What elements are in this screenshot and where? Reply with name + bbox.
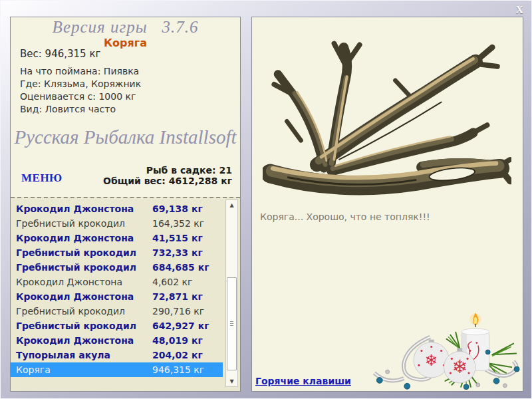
catch-weight: 684,685 кг <box>152 260 209 275</box>
list-item[interactable]: Гребнистый крокодил642,927 кг <box>11 319 223 333</box>
caught-item-weight: Вес: 946,315 кг <box>20 48 100 60</box>
list-item[interactable]: Крокодил Джонстона69,138 кг <box>11 201 223 216</box>
list-item[interactable]: Крокодил Джонстона4,602 кг <box>11 275 223 289</box>
catch-weight: 290,716 кг <box>152 304 204 319</box>
scrollbar-grip-icon <box>230 321 233 327</box>
catch-name: Гребнистый крокодил <box>16 218 125 229</box>
list-item[interactable]: Гребнистый крокодил164,352 кг <box>11 216 223 231</box>
catch-name: Гребнистый крокодил <box>16 306 125 317</box>
picture-panel: Коряга... Хорошо, что не топляк!!! <box>251 17 523 392</box>
scrollbar-thumb[interactable] <box>227 277 237 370</box>
catch-list-scrollbar[interactable]: ▲ ▼ <box>225 200 238 387</box>
catch-name: Крокодил Джонстона <box>16 335 134 346</box>
catch-weight: 642,927 кг <box>152 319 209 333</box>
list-item[interactable]: Крокодил Джонстона41,515 кг <box>11 231 223 245</box>
close-icon[interactable]: X <box>515 4 523 16</box>
catch-name: Тупорылая акула <box>16 350 110 360</box>
catch-weight: 72,871 кг <box>152 289 203 304</box>
scroll-up-icon[interactable]: ▲ <box>226 200 237 210</box>
catch-weight: 41,515 кг <box>152 231 203 245</box>
detail-line: Оценивается с: 1000 кг <box>20 90 141 103</box>
catch-name: Коряга <box>16 364 51 375</box>
svg-text:❄: ❄ <box>425 351 438 370</box>
catch-weight: 732,33 кг <box>152 245 203 260</box>
catch-name: Крокодил Джонстона <box>16 277 122 287</box>
hotkeys-link[interactable]: Горячие клавиши <box>255 376 351 386</box>
list-item[interactable]: Коряга946,315 кг <box>11 362 223 377</box>
list-item[interactable]: Крокодил Джонстона48,019 кг <box>11 333 223 348</box>
cage-count: Рыб в садке: 21 <box>103 165 232 176</box>
cage-summary: Рыб в садке: 21 Общий вес: 4612,288 кг <box>103 165 232 186</box>
panel-divider <box>241 17 251 392</box>
version-title: Версия игры 3.7.6 <box>11 18 240 37</box>
list-item[interactable]: Гребнистый крокодил290,716 кг <box>11 304 223 319</box>
cage-total-weight: Общий вес: 4612,288 кг <box>103 176 232 186</box>
list-item[interactable]: Крокодил Джонстона72,871 кг <box>11 289 223 304</box>
catch-weight: 48,019 кг <box>152 333 203 348</box>
catch-weight: 4,602 кг <box>152 275 192 289</box>
game-window: X Версия игры 3.7.6 Коряга Вес: 946,315 … <box>0 0 532 399</box>
catch-name: Гребнистый крокодил <box>16 247 136 258</box>
catch-name: Крокодил Джонстона <box>16 291 134 302</box>
catch-name: Крокодил Джонстона <box>16 233 134 243</box>
detail-line: Вид: Ловится часто <box>20 103 141 116</box>
detail-line: На что поймана: Пиявка <box>20 65 141 78</box>
snag-image <box>263 23 511 201</box>
caught-item-details: На что поймана: Пиявка Где: Клязьма, Кор… <box>20 65 141 116</box>
christmas-decoration-image: ❄ ❄ <box>368 307 522 390</box>
catch-name: Крокодил Джонстона <box>16 203 134 214</box>
info-panel: Версия игры 3.7.6 Коряга Вес: 946,315 кг… <box>10 17 241 392</box>
scroll-down-icon[interactable]: ▼ <box>226 376 237 386</box>
catch-name: Гребнистый крокодил <box>16 262 136 273</box>
catch-name: Гребнистый крокодил <box>16 321 136 331</box>
game-logo: Русская Рыбалка Installsoft <box>11 126 240 148</box>
catch-weight: 69,138 кг <box>152 201 203 216</box>
item-caption: Коряга... Хорошо, что не топляк!!! <box>260 211 430 222</box>
catch-weight: 164,352 кг <box>152 216 204 231</box>
menu-button[interactable]: МЕНЮ <box>21 172 63 185</box>
list-item[interactable]: Тупорылая акула204,02 кг <box>11 348 223 362</box>
list-item[interactable]: Гребнистый крокодил684,685 кг <box>11 260 223 275</box>
catch-weight: 946,315 кг <box>152 362 204 377</box>
svg-text:❄: ❄ <box>452 356 467 378</box>
catch-weight: 204,02 кг <box>152 348 203 362</box>
detail-line: Где: Клязьма, Коряжник <box>20 78 141 90</box>
catch-list: Крокодил Джонстона69,138 кгГребнистый кр… <box>11 197 240 391</box>
list-item[interactable]: Гребнистый крокодил732,33 кг <box>11 245 223 260</box>
